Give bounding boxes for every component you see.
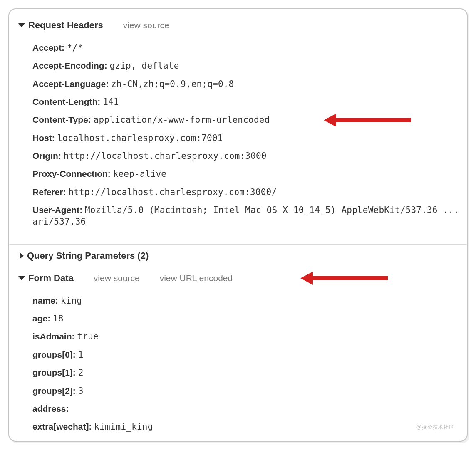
watermark: @掘金技术社区 bbox=[416, 424, 454, 431]
form-key: groups[0]: bbox=[32, 350, 76, 359]
form-value: kimimi_king bbox=[94, 422, 153, 432]
disclosure-triangle-down-icon bbox=[18, 276, 25, 280]
form-key: groups[2]: bbox=[32, 386, 76, 396]
form-key: extra[wechat]: bbox=[32, 422, 92, 431]
section-title: Query String Parameters (2) bbox=[27, 250, 149, 261]
form-row: groups[1]: 2 bbox=[32, 367, 467, 378]
header-value: localhost.charlesproxy.com:7001 bbox=[57, 133, 223, 143]
section-query-string: Query String Parameters (2) Form Data vi… bbox=[9, 244, 467, 442]
header-value: */* bbox=[67, 43, 83, 53]
header-key: Accept-Encoding: bbox=[32, 61, 107, 70]
header-row: Host: localhost.charlesproxy.com:7001 bbox=[32, 132, 467, 144]
form-value: true bbox=[77, 331, 98, 341]
form-row: groups[2]: 3 bbox=[32, 385, 467, 397]
form-row: groups[0]: 1 bbox=[32, 349, 467, 361]
form-row: age: 18 bbox=[32, 313, 467, 324]
header-key: Content-Length: bbox=[32, 97, 100, 106]
header-row: Accept-Encoding: gzip, deflate bbox=[32, 60, 467, 72]
header-value: 141 bbox=[103, 97, 119, 107]
form-key: age: bbox=[32, 314, 50, 323]
form-data-toggle[interactable]: Form Data view source view URL encoded bbox=[9, 273, 467, 284]
header-key: User-Agent: bbox=[32, 205, 82, 215]
header-row: User-Agent: Mozilla/5.0 (Macintosh; Inte… bbox=[32, 204, 467, 228]
form-data-list: name: king age: 18 isAdmain: true groups… bbox=[9, 287, 467, 442]
header-key: Proxy-Connection: bbox=[32, 169, 111, 178]
form-value: 454075623 bbox=[75, 440, 124, 442]
header-value: keep-alive bbox=[113, 169, 166, 179]
form-key: groups[1]: bbox=[32, 368, 76, 377]
form-row: name: king bbox=[32, 295, 467, 307]
form-value: 1 bbox=[78, 350, 84, 360]
view-source-link[interactable]: view source bbox=[123, 20, 169, 30]
section-title: Form Data bbox=[28, 273, 74, 284]
form-value: 3 bbox=[78, 386, 84, 396]
header-value: http://localhost.charlesproxy.com:3000/ bbox=[68, 187, 277, 197]
form-key: name: bbox=[32, 296, 58, 305]
devtools-headers-panel: Request Headers view source Accept: */* … bbox=[8, 8, 468, 442]
header-row: Origin: http://localhost.charlesproxy.co… bbox=[32, 150, 467, 162]
view-source-link[interactable]: view source bbox=[94, 273, 140, 283]
request-headers-toggle[interactable]: Request Headers view source bbox=[9, 20, 467, 31]
section-title: Request Headers bbox=[28, 20, 103, 31]
header-value: zh-CN,zh;q=0.9,en;q=0.8 bbox=[111, 79, 234, 89]
header-row: Content-Length: 141 bbox=[32, 96, 467, 108]
header-value: http://localhost.charlesproxy.com:3000 bbox=[64, 151, 267, 161]
annotation-arrow-icon bbox=[324, 114, 411, 126]
form-value: 18 bbox=[53, 314, 64, 324]
disclosure-triangle-down-icon bbox=[18, 23, 25, 27]
form-key: address: bbox=[32, 404, 69, 413]
form-row: isAdmain: true bbox=[32, 331, 467, 342]
header-key: Host: bbox=[32, 133, 55, 143]
form-value: king bbox=[61, 296, 82, 306]
form-row: extra[qq]: 454075623 bbox=[32, 439, 467, 442]
header-key: Referer: bbox=[32, 187, 66, 197]
form-key: isAdmain: bbox=[32, 331, 75, 341]
header-value: gzip, deflate bbox=[110, 61, 179, 71]
form-key: extra[qq]: bbox=[32, 440, 73, 442]
request-headers-list: Accept: */* Accept-Encoding: gzip, defla… bbox=[9, 34, 467, 242]
header-key: Content-Type: bbox=[32, 115, 91, 124]
header-key: Origin: bbox=[32, 151, 61, 161]
annotation-arrow-icon bbox=[300, 272, 388, 285]
section-request-headers: Request Headers view source Accept: */* … bbox=[9, 9, 467, 244]
view-url-encoded-link[interactable]: view URL encoded bbox=[160, 273, 233, 283]
header-key: Accept-Language: bbox=[32, 79, 109, 89]
form-row: extra[wechat]: kimimi_king bbox=[32, 421, 467, 433]
query-string-toggle[interactable]: Query String Parameters (2) bbox=[9, 250, 467, 261]
header-value: Mozilla/5.0 (Macintosh; Intel Mac OS X 1… bbox=[32, 205, 459, 227]
form-row: address: bbox=[32, 403, 467, 415]
header-row: Referer: http://localhost.charlesproxy.c… bbox=[32, 186, 467, 198]
header-row: Accept: */* bbox=[32, 42, 467, 54]
form-value: 2 bbox=[78, 368, 84, 378]
header-value: application/x-www-form-urlencoded bbox=[94, 115, 270, 125]
header-row: Accept-Language: zh-CN,zh;q=0.9,en;q=0.8 bbox=[32, 78, 467, 90]
header-row-content-type: Content-Type: application/x-www-form-url… bbox=[32, 114, 467, 126]
disclosure-triangle-right-icon bbox=[20, 252, 24, 259]
header-key: Accept: bbox=[32, 43, 64, 52]
header-row: Proxy-Connection: keep-alive bbox=[32, 168, 467, 180]
